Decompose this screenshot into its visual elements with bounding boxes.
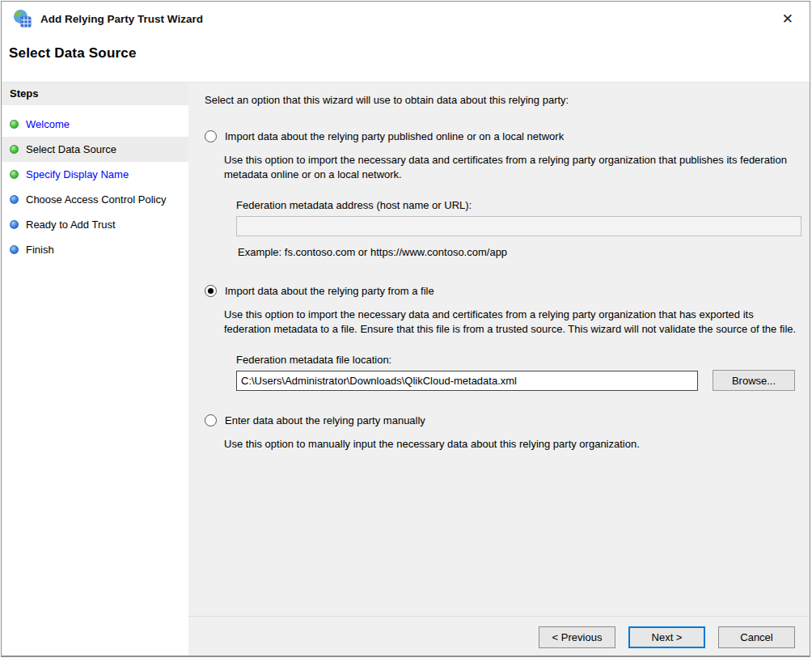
window-title: Add Relying Party Trust Wizard <box>40 13 203 25</box>
step-done-bullet-icon <box>10 120 19 129</box>
browse-button[interactable]: Browse... <box>713 370 795 391</box>
step-todo-bullet-icon <box>10 220 19 229</box>
radio-label[interactable]: Import data about the relying party from… <box>225 285 434 297</box>
intro-text: Select an option that this wizard will u… <box>205 94 801 106</box>
metadata-address-example: Example: fs.contoso.com or https://www.c… <box>238 246 801 258</box>
adfs-wizard-icon <box>13 9 32 28</box>
metadata-address-label: Federation metadata address (host name o… <box>236 199 801 211</box>
metadata-file-input[interactable] <box>236 371 698 391</box>
previous-button[interactable]: < Previous <box>539 626 615 648</box>
steps-list: Welcome Select Data Source Specify Displ… <box>2 105 188 262</box>
next-button[interactable]: Next > <box>628 626 705 648</box>
option-description: Use this option to import the necessary … <box>224 153 800 182</box>
title-bar: Add Relying Party Trust Wizard ✕ <box>2 2 810 36</box>
sidebar-item-ready-to-add-trust: Ready to Add Trust <box>2 212 188 237</box>
step-done-bullet-icon <box>10 145 19 154</box>
steps-sidebar: Steps Welcome Select Data Source Specify… <box>2 83 188 657</box>
step-todo-bullet-icon <box>10 195 19 204</box>
metadata-file-label: Federation metadata file location: <box>236 354 801 366</box>
radio-import-online[interactable]: Import data about the relying party publ… <box>205 130 801 142</box>
option-description: Use this option to manually input the ne… <box>224 437 800 452</box>
step-todo-bullet-icon <box>10 245 19 254</box>
page-title: Select Data Source <box>9 45 810 62</box>
close-icon[interactable]: ✕ <box>777 11 798 28</box>
radio-circle-icon[interactable] <box>205 414 217 426</box>
option-description: Use this option to import the necessary … <box>224 308 800 337</box>
sidebar-item-welcome[interactable]: Welcome <box>2 112 188 137</box>
steps-heading: Steps <box>2 83 188 105</box>
button-bar: < Previous Next > Cancel <box>188 616 810 657</box>
cancel-button[interactable]: Cancel <box>718 626 795 648</box>
step-label: Select Data Source <box>26 143 116 155</box>
sidebar-item-choose-access-control-policy: Choose Access Control Policy <box>2 187 188 212</box>
page-header: Select Data Source <box>2 36 810 82</box>
step-label: Choose Access Control Policy <box>26 193 166 206</box>
radio-import-file[interactable]: Import data about the relying party from… <box>205 285 801 297</box>
radio-circle-icon[interactable] <box>205 130 217 142</box>
sidebar-item-select-data-source: Select Data Source <box>2 137 188 162</box>
sidebar-item-specify-display-name[interactable]: Specify Display Name <box>2 162 188 187</box>
metadata-address-input <box>236 216 801 236</box>
sidebar-item-finish: Finish <box>2 237 188 262</box>
radio-label[interactable]: Enter data about the relying party manua… <box>225 414 425 426</box>
radio-label[interactable]: Import data about the relying party publ… <box>225 130 564 142</box>
content-panel: Select an option that this wizard will u… <box>188 83 810 616</box>
wizard-dialog: Add Relying Party Trust Wizard ✕ Select … <box>1 1 810 657</box>
step-label: Finish <box>26 244 54 256</box>
radio-selected-icon[interactable] <box>205 285 217 297</box>
step-label: Ready to Add Trust <box>26 219 116 231</box>
step-label: Welcome <box>26 118 70 130</box>
step-done-bullet-icon <box>10 170 19 179</box>
radio-enter-manually[interactable]: Enter data about the relying party manua… <box>205 414 801 426</box>
step-label: Specify Display Name <box>26 168 129 180</box>
